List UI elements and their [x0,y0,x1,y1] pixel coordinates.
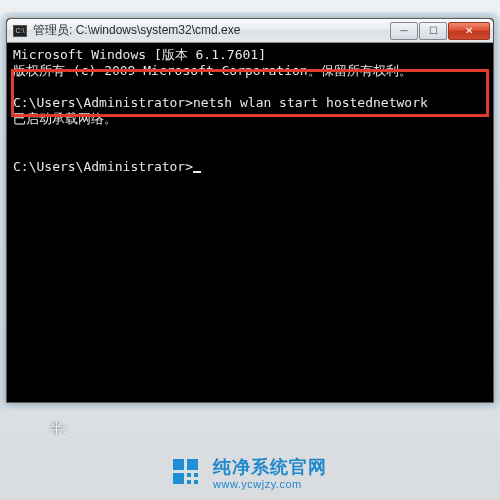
titlebar[interactable]: C:\ 管理员: C:\windows\system32\cmd.exe ─ ☐… [7,19,493,43]
maximize-button[interactable]: ☐ [419,22,447,40]
watermark-logo-icon [173,459,203,489]
watermark: 纯净系统官网 www.ycwjzy.com [0,456,500,492]
watermark-url: www.ycwjzy.com [213,478,327,490]
app-icon: C:\ [13,25,27,37]
window-title: 管理员: C:\windows\system32\cmd.exe [33,22,389,39]
window-controls: ─ ☐ ✕ [389,22,490,40]
console-line-copyright: 版权所有 (c) 2009 Microsoft Corporation。保留所有… [13,63,412,78]
watermark-text: 纯净系统官网 www.ycwjzy.com [213,458,327,490]
console-output[interactable]: Microsoft Windows [版本 6.1.7601] 版权所有 (c)… [7,43,493,402]
minimize-button[interactable]: ─ [390,22,418,40]
console-line-prompt: C:\Users\Administrator> [13,159,193,174]
ime-status-label: 半: [50,420,67,438]
text-cursor [193,171,201,173]
console-line-command: C:\Users\Administrator>netsh wlan start … [13,95,428,110]
console-line-result: 已启动承载网络。 [13,111,117,126]
close-button[interactable]: ✕ [448,22,490,40]
watermark-cn: 纯净系统官网 [213,458,327,478]
cmd-window: C:\ 管理员: C:\windows\system32\cmd.exe ─ ☐… [6,18,494,403]
console-line-version: Microsoft Windows [版本 6.1.7601] [13,47,266,62]
